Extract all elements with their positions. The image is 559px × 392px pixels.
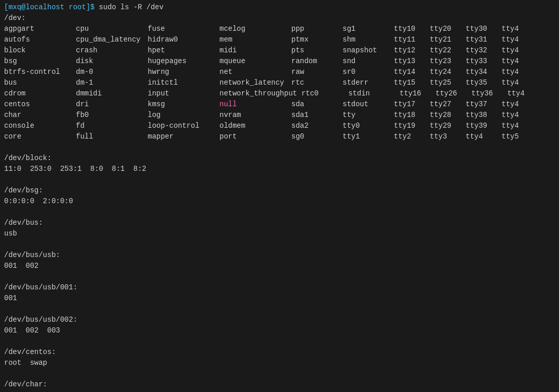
col4-row1: mcelog <box>219 24 291 34</box>
col1-row1: agpgart <box>4 24 76 34</box>
col9-row1: tty30 <box>466 24 502 34</box>
dev-bus-usb-001-content: 001 <box>4 293 555 304</box>
dev-header: /dev: <box>4 13 555 24</box>
col3-row1: fuse <box>148 24 219 34</box>
col6-row1: sg1 <box>343 24 394 34</box>
blank5 <box>4 271 555 282</box>
username: [mxq@localhost root]$ <box>4 3 94 11</box>
dev-bus-header: /dev/bus: <box>4 218 555 228</box>
dev-bus-usb-content: 001 002 <box>4 261 555 271</box>
col5-row1: ppp <box>291 24 343 34</box>
blank6 <box>4 304 555 315</box>
dev-block-content: 11:0 253:0 253:1 8:0 8:1 8:2 <box>4 164 555 174</box>
blank1 <box>4 142 555 153</box>
dev-bus-content: usb <box>4 228 555 239</box>
dev-bus-usb-002-header: /dev/bus/usb/002: <box>4 315 555 325</box>
col7-row1: tty10 <box>394 24 430 34</box>
terminal: [mxq@localhost root]$ sudo ls -R /dev /d… <box>0 0 559 392</box>
dev-bsg-content: 0:0:0:0 2:0:0:0 <box>4 196 555 207</box>
col10-row1: tty4 <box>502 25 519 33</box>
blank3 <box>4 207 555 218</box>
dev-bus-usb-001-header: /dev/bus/usb/001: <box>4 282 555 293</box>
dev-centos-header: /dev/centos: <box>4 347 555 358</box>
dev-bus-usb-002-content: 001 002 003 <box>4 325 555 336</box>
blank7 <box>4 336 555 347</box>
blank8 <box>4 368 555 379</box>
dev-bsg-header: /dev/bsg: <box>4 185 555 196</box>
col8-row1: tty20 <box>430 24 466 34</box>
command: sudo ls -R /dev <box>94 3 163 11</box>
dev-bus-usb-header: /dev/bus/usb: <box>4 250 555 261</box>
blank4 <box>4 239 555 250</box>
dev-block-header: /dev/block: <box>4 153 555 164</box>
file-listing: agpgart cpu fuse mcelog ppp sg1 tty10 tt… <box>4 24 555 142</box>
dev-centos-content: root swap <box>4 358 555 368</box>
prompt-line: [mxq@localhost root]$ sudo ls -R /dev <box>4 2 555 13</box>
col2-row1: cpu <box>76 24 148 34</box>
dev-char-row1: 10:144 10:236 1:1 116:4 13:34 13:69 1:8 … <box>4 390 555 392</box>
blank2 <box>4 174 555 185</box>
dev-char-header: /dev/char: <box>4 379 555 390</box>
